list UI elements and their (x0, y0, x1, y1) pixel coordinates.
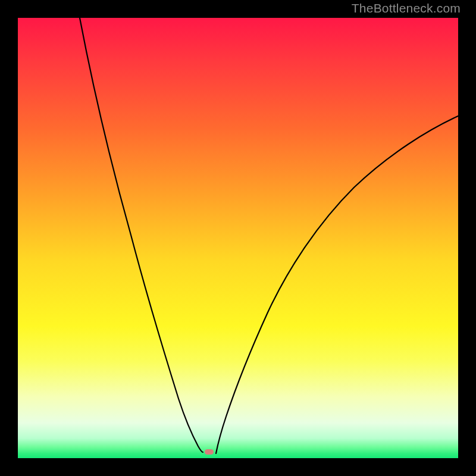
plot-area (18, 18, 458, 458)
right-branch (216, 116, 458, 453)
optimum-marker (205, 449, 214, 455)
left-branch (80, 18, 203, 452)
bottleneck-curve (18, 18, 458, 458)
watermark: TheBottleneck.com (352, 1, 461, 15)
